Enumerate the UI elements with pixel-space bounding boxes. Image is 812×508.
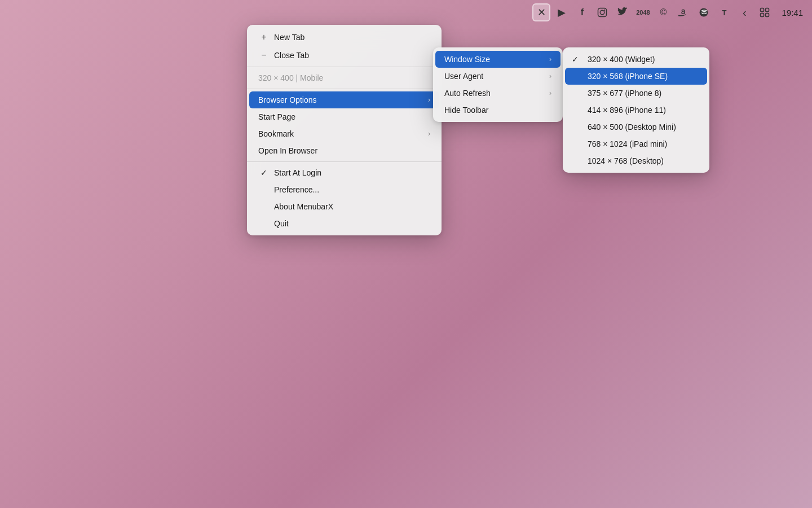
instagram-icon[interactable] xyxy=(593,3,611,21)
svg-rect-4 xyxy=(761,8,764,12)
preferences-item[interactable]: Preference... xyxy=(247,181,442,198)
browser-options-chevron: › xyxy=(428,96,430,104)
main-dropdown-menu: + New Tab − Close Tab 320 × 400 | Mobile… xyxy=(247,25,442,235)
menu-container: + New Tab − Close Tab 320 × 400 | Mobile… xyxy=(247,25,442,235)
youtube-icon[interactable]: ▶ xyxy=(553,3,571,21)
menubar-icons: ✕ ▶ f 2048 © T ‹ xyxy=(532,3,774,21)
bookmark-chevron: › xyxy=(428,130,430,138)
start-page-item[interactable]: Start Page xyxy=(247,108,442,125)
start-at-login-item[interactable]: ✓ Start At Login xyxy=(247,164,442,181)
translate-icon[interactable]: T xyxy=(715,3,733,21)
browser-options-submenu: Window Size › User Agent › Auto Refresh … xyxy=(433,47,563,122)
size-320x400-item[interactable]: ✓ 320 × 400 (Widget) xyxy=(563,51,709,68)
size-320x400-check: ✓ xyxy=(572,55,583,64)
spotify-icon[interactable] xyxy=(695,3,713,21)
coinbase-icon[interactable]: © xyxy=(654,3,672,21)
close-x-icon[interactable]: ✕ xyxy=(532,3,550,21)
separator-2 xyxy=(247,89,442,89)
close-tab-item[interactable]: − Close Tab xyxy=(247,46,442,64)
separator-3 xyxy=(247,161,442,162)
open-in-browser-item[interactable]: Open In Browser xyxy=(247,142,442,159)
svg-rect-6 xyxy=(761,14,764,17)
quit-item[interactable]: Quit xyxy=(247,215,442,232)
size-375x677-item[interactable]: 375 × 677 (iPhone 8) xyxy=(563,85,709,102)
about-item[interactable]: About MenubarX xyxy=(247,198,442,215)
start-at-login-check: ✓ xyxy=(258,168,270,177)
auto-refresh-item[interactable]: Auto Refresh › xyxy=(433,85,563,102)
window-size-submenu: ✓ 320 × 400 (Widget) 320 × 568 (iPhone S… xyxy=(563,47,709,173)
size-info-item: 320 × 400 | Mobile xyxy=(247,69,442,86)
minus-icon: − xyxy=(258,50,270,60)
new-tab-item[interactable]: + New Tab xyxy=(247,28,442,46)
2048-icon[interactable]: 2048 xyxy=(634,3,652,21)
chevron-left-icon[interactable]: ‹ xyxy=(735,3,753,21)
control-center-icon[interactable] xyxy=(756,3,774,21)
auto-refresh-chevron: › xyxy=(549,89,551,97)
menubar: ✕ ▶ f 2048 © T ‹ 19:41 xyxy=(0,0,812,25)
size-1024x768-item[interactable]: 1024 × 768 (Desktop) xyxy=(563,152,709,169)
svg-rect-0 xyxy=(598,8,607,17)
twitter-icon[interactable] xyxy=(614,3,632,21)
svg-point-1 xyxy=(601,10,605,15)
svg-rect-5 xyxy=(766,8,769,12)
size-640x500-item[interactable]: 640 × 500 (Desktop Mini) xyxy=(563,119,709,135)
bookmark-item[interactable]: Bookmark › xyxy=(247,125,442,142)
svg-rect-7 xyxy=(766,14,769,17)
size-320x568-item[interactable]: 320 × 568 (iPhone SE) xyxy=(565,68,707,85)
svg-point-2 xyxy=(604,10,605,11)
size-414x896-item[interactable]: 414 × 896 (iPhone 11) xyxy=(563,102,709,119)
window-size-item[interactable]: Window Size › xyxy=(435,51,561,68)
hide-toolbar-item[interactable]: Hide Toolbar xyxy=(433,102,563,119)
facebook-icon[interactable]: f xyxy=(573,3,591,21)
separator-1 xyxy=(247,67,442,67)
size-768x1024-item[interactable]: 768 × 1024 (iPad mini) xyxy=(563,135,709,152)
plus-icon: + xyxy=(258,32,270,42)
window-size-chevron: › xyxy=(549,55,551,63)
amazon-icon[interactable] xyxy=(674,3,692,21)
user-agent-item[interactable]: User Agent › xyxy=(433,68,563,85)
clock: 19:41 xyxy=(782,8,803,17)
browser-options-item[interactable]: Browser Options › xyxy=(249,91,439,108)
user-agent-chevron: › xyxy=(549,72,551,80)
